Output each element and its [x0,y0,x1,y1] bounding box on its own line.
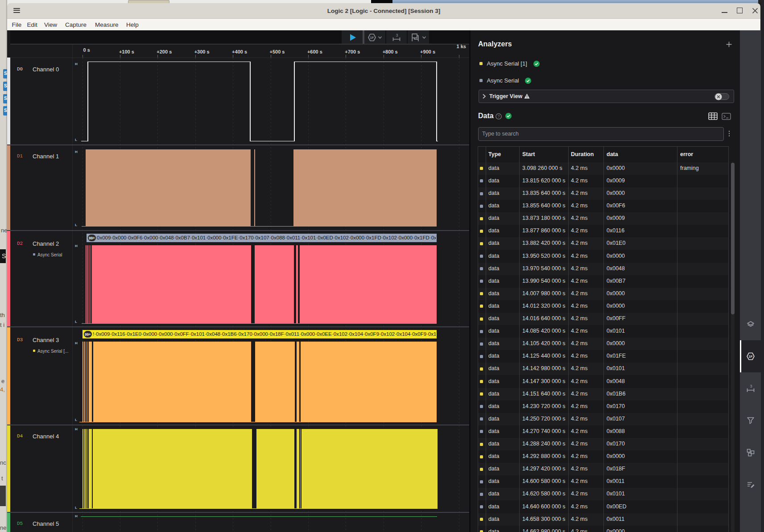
svg-text:?: ? [498,114,500,119]
svg-text:3: 3 [750,384,752,388]
svg-text:1F: 1F [748,355,752,359]
svg-text:1F: 1F [370,36,374,40]
svg-text:3: 3 [396,33,398,37]
